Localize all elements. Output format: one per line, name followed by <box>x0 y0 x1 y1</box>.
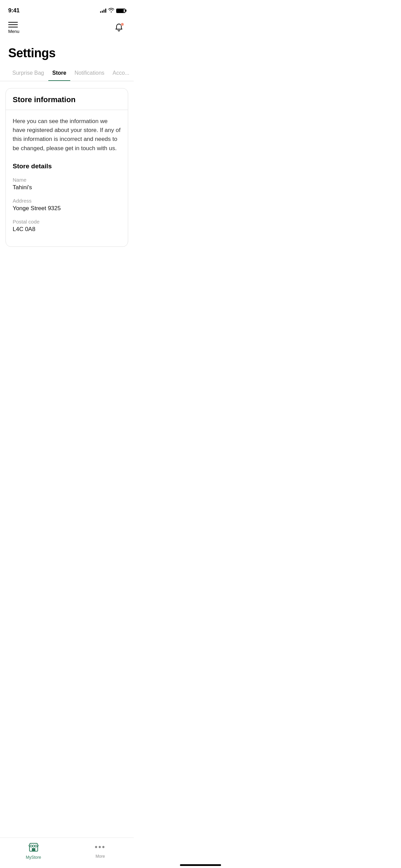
tab-notifications[interactable]: Notifications <box>70 67 108 81</box>
detail-name-label: Name <box>13 177 121 183</box>
card-header-title: Store information <box>13 95 121 104</box>
detail-name-value: Tahini's <box>13 184 121 191</box>
top-nav: Menu <box>0 16 134 38</box>
detail-postal-label: Postal code <box>13 219 121 225</box>
store-details-section: Store details Name Tahini's Address Yong… <box>13 162 121 233</box>
wifi-icon <box>108 8 114 13</box>
detail-address-row: Address Yonge Street 9325 <box>13 198 121 212</box>
page-title-section: Settings <box>0 38 134 60</box>
detail-postal-value: L4C 0A8 <box>13 226 121 233</box>
notification-dot <box>121 23 124 26</box>
store-info-card: Store information Here you can see the i… <box>5 88 128 247</box>
store-details-title: Store details <box>13 162 121 170</box>
detail-address-label: Address <box>13 198 121 204</box>
detail-address-value: Yonge Street 9325 <box>13 205 121 212</box>
card-body: Here you can see the information we have… <box>6 110 128 246</box>
store-info-description: Here you can see the information we have… <box>13 117 121 153</box>
page-title: Settings <box>8 46 125 60</box>
tab-surprise-bag[interactable]: Surprise Bag <box>8 67 48 81</box>
card-header: Store information <box>6 88 128 110</box>
detail-postal-row: Postal code L4C 0A8 <box>13 219 121 233</box>
notification-button[interactable] <box>112 22 125 35</box>
battery-icon <box>116 9 125 13</box>
status-time: 9:41 <box>8 7 20 14</box>
tab-account[interactable]: Acco... <box>109 67 134 81</box>
main-content: Store information Here you can see the i… <box>0 81 134 288</box>
detail-name-row: Name Tahini's <box>13 177 121 191</box>
menu-button[interactable]: Menu <box>8 22 20 34</box>
status-bar: 9:41 <box>0 0 134 16</box>
tab-store[interactable]: Store <box>48 67 71 81</box>
signal-icon <box>100 9 106 13</box>
tabs-bar: Surprise Bag Store Notifications Acco... <box>0 67 134 81</box>
status-icons <box>100 8 125 13</box>
